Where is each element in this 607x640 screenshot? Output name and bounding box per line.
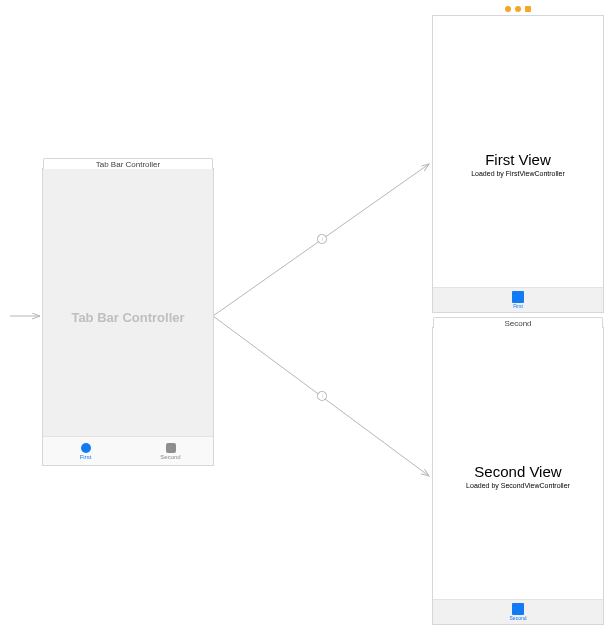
controller-body: Tab Bar Controller bbox=[43, 169, 213, 465]
relationship-badge-icon: ⟋ bbox=[317, 234, 329, 246]
view-subtitle: Loaded by SecondViewController bbox=[466, 482, 570, 489]
controller-placeholder: Tab Bar Controller bbox=[71, 310, 184, 325]
attribute-badges bbox=[505, 6, 531, 12]
view-subtitle: Loaded by FirstViewController bbox=[471, 170, 565, 177]
tab-bar: First Second bbox=[43, 436, 213, 465]
tab-item-second[interactable]: Second bbox=[128, 437, 213, 465]
square-icon bbox=[512, 291, 524, 303]
tab-label: First bbox=[80, 454, 92, 460]
badge-dot-icon bbox=[515, 6, 521, 12]
tab-bar: Second bbox=[433, 599, 603, 624]
tab-item-first[interactable]: First bbox=[43, 437, 128, 465]
view-body: First View Loaded by FirstViewController bbox=[433, 16, 603, 312]
scene-second-view[interactable]: Second Second View Loaded by SecondViewC… bbox=[432, 327, 604, 625]
scene-first-view[interactable]: First View Loaded by FirstViewController… bbox=[432, 15, 604, 313]
tab-label: First bbox=[513, 303, 523, 309]
badge-dot-icon bbox=[505, 6, 511, 12]
view-title: Second View bbox=[474, 463, 561, 480]
relationship-badge-icon: ⟋ bbox=[317, 391, 329, 403]
tab-label: Second bbox=[510, 615, 527, 621]
svg-line-1 bbox=[213, 164, 429, 316]
circle-icon bbox=[81, 443, 91, 453]
svg-line-2 bbox=[213, 316, 429, 476]
square-icon bbox=[166, 443, 176, 453]
badge-dot-icon bbox=[525, 6, 531, 12]
tab-label: Second bbox=[160, 454, 180, 460]
scene-tab-bar-controller[interactable]: Tab Bar Controller Tab Bar Controller Fi… bbox=[42, 168, 214, 466]
view-body: Second View Loaded by SecondViewControll… bbox=[433, 328, 603, 624]
square-icon bbox=[512, 603, 524, 615]
view-title: First View bbox=[485, 151, 551, 168]
tab-bar: First bbox=[433, 287, 603, 312]
